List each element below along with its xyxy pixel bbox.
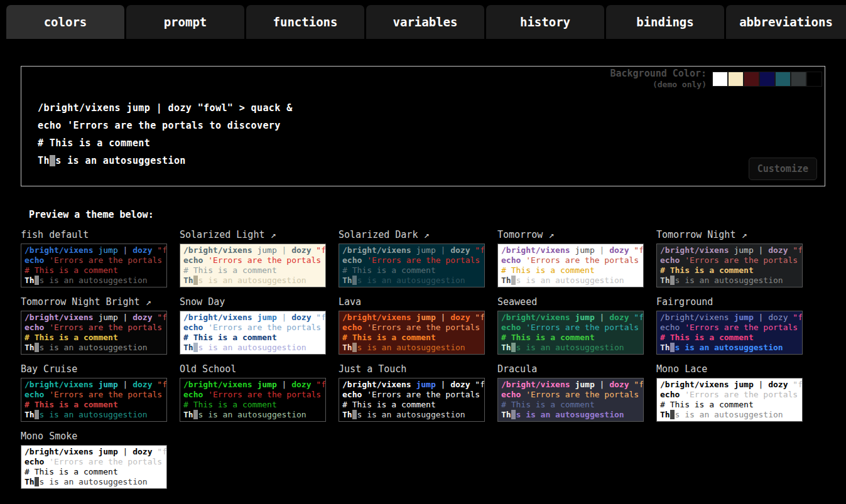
tab-bindings[interactable]: bindings xyxy=(606,5,724,39)
customize-button[interactable]: Customize xyxy=(749,158,817,180)
theme-title: Mono Lace xyxy=(656,363,803,375)
terminal-line: /bright/vixens jump | dozy "fowl" > quac… xyxy=(501,313,640,323)
segment-comment: # This is a comment xyxy=(183,265,277,275)
theme-preview[interactable]: /bright/vixens jump | dozy "fowl" > quac… xyxy=(656,244,803,287)
terminal-line: This is an autosuggestion xyxy=(501,276,640,286)
terminal-line: /bright/vixens jump | dozy "fowl" > quac… xyxy=(183,380,322,390)
terminal-line: /bright/vixens jump | dozy "fowl" > quac… xyxy=(24,313,163,323)
segment-plain xyxy=(44,390,49,399)
segment-autosuggestion: s is an autosuggestion xyxy=(39,477,147,486)
theme-title-link[interactable]: Solarized Dark ↗ xyxy=(339,229,485,240)
segment-typed: Th xyxy=(501,276,511,285)
theme-preview[interactable]: /bright/vixens jump | dozy "fowl" > quac… xyxy=(656,378,803,422)
segment-command: dozy xyxy=(133,380,152,389)
segment-plain xyxy=(754,313,759,322)
theme-preview[interactable]: /bright/vixens jump | dozy "fowl" > quac… xyxy=(339,378,485,422)
bg-swatch-cream[interactable] xyxy=(728,72,744,87)
tab-colors[interactable]: colors xyxy=(6,5,124,39)
theme-preview[interactable]: /bright/vixens jump | dozy "fowl" > quac… xyxy=(497,311,644,355)
bg-swatch-black[interactable] xyxy=(806,72,822,87)
tab-prompt[interactable]: prompt xyxy=(126,5,244,39)
terminal-line: echo 'Errors are the portals to discover… xyxy=(501,255,640,265)
terminal-line: This is an autosuggestion xyxy=(501,343,640,353)
bg-swatch-maroon[interactable] xyxy=(744,72,759,87)
segment-comment: # This is a comment xyxy=(501,333,595,342)
segment-plain xyxy=(277,245,282,255)
theme-preview[interactable]: /bright/vixens jump | dozy "fowl" > quac… xyxy=(21,445,167,489)
external-link-icon: ↗ xyxy=(264,229,276,240)
segment-param: jump xyxy=(575,313,594,322)
segment-plain xyxy=(436,313,441,322)
segment-command: echo xyxy=(24,323,44,332)
theme-preview[interactable]: /bright/vixens jump | dozy "fowl" > quac… xyxy=(497,244,644,287)
theme-preview[interactable]: /bright/vixens jump | dozy "fowl" > quac… xyxy=(21,311,167,355)
segment-comment: # This is a comment xyxy=(24,400,118,409)
theme-title-link[interactable]: Tomorrow ↗ xyxy=(497,229,644,240)
tab-abbreviations[interactable]: abbreviations xyxy=(726,5,846,39)
terminal-line: /bright/vixens jump | dozy "fowl" > quac… xyxy=(660,245,799,255)
theme-title: Mono Smoke xyxy=(21,431,167,442)
terminal-line: # This is a comment xyxy=(24,333,163,343)
theme-preview[interactable]: /bright/vixens jump | dozy "fowl" > quac… xyxy=(656,311,803,355)
theme-preview[interactable]: /bright/vixens jump | dozy "fowl" > quac… xyxy=(497,378,644,422)
terminal-line: /bright/vixens jump | dozy "fowl" > quac… xyxy=(24,380,163,390)
tab-history[interactable]: history xyxy=(486,5,604,39)
terminal-line: /bright/vixens jump | dozy "fowl" > quac… xyxy=(660,380,799,390)
theme-preview[interactable]: /bright/vixens jump | dozy "fowl" > quac… xyxy=(180,378,326,422)
segment-autosuggestion: s is an autosuggestion xyxy=(39,410,147,419)
segment-command: /bright/vixens xyxy=(342,380,411,389)
segment-command: echo xyxy=(501,323,521,332)
bg-swatch-teal[interactable] xyxy=(775,72,791,87)
theme-preview[interactable]: /bright/vixens jump | dozy "fowl" > quac… xyxy=(339,311,485,355)
segment-command: dozy xyxy=(609,245,629,255)
theme-preview[interactable]: /bright/vixens jump | dozy "fowl" > quac… xyxy=(21,378,167,422)
bg-swatch-navy[interactable] xyxy=(759,72,775,87)
tab-functions[interactable]: functions xyxy=(246,5,364,39)
tab-variables[interactable]: variables xyxy=(366,5,484,39)
segment-plain xyxy=(595,245,600,255)
segment-typed: Th xyxy=(183,410,193,419)
segment-comment: # This is a comment xyxy=(24,265,118,275)
bg-swatch-white[interactable] xyxy=(712,72,728,87)
segment-plain xyxy=(680,323,685,332)
segment-comment: # This is a comment xyxy=(24,467,118,476)
segment-quote: 'Errors are the portals to discovery xyxy=(208,390,326,399)
segment-plain xyxy=(44,255,49,265)
terminal-line: This is an autosuggestion xyxy=(660,410,799,420)
theme-title: Lava xyxy=(339,296,485,308)
theme-title: Seaweed xyxy=(497,296,644,308)
segment-redirect: > quack & xyxy=(239,102,293,114)
terminal-line: # This is a comment xyxy=(660,265,799,276)
segment-autosuggestion: s is an autosuggestion xyxy=(198,343,306,352)
segment-autosuggestion: s is an autosuggestion xyxy=(675,410,783,419)
theme-preview[interactable]: /bright/vixens jump | dozy "fowl" > quac… xyxy=(21,244,167,287)
theme-title-link[interactable]: Tomorrow Night Bright ↗ xyxy=(21,296,167,308)
theme-title-link[interactable]: Tomorrow Night ↗ xyxy=(656,229,803,240)
segment-quote: 'Errors are the portals to discovery xyxy=(367,255,485,265)
terminal-line: /bright/vixens jump | dozy "fowl" > quac… xyxy=(660,313,799,323)
terminal-line: # This is a comment xyxy=(501,265,640,276)
segment-typed: Th xyxy=(342,410,352,419)
segment-command: dozy xyxy=(291,380,311,389)
theme-tile: Mono Lace/bright/vixens jump | dozy "fow… xyxy=(656,363,803,422)
segment-quote: 'Errors are the portals to discovery xyxy=(367,390,485,399)
terminal-line: echo 'Errors are the portals to discover… xyxy=(38,117,825,134)
segment-command: dozy xyxy=(168,102,192,114)
theme-title-link[interactable]: Solarized Light ↗ xyxy=(180,229,326,240)
segment-param: jump xyxy=(575,380,594,389)
segment-autosuggestion: s is an autosuggestion xyxy=(516,410,624,419)
theme-preview[interactable]: /bright/vixens jump | dozy "fowl" > quac… xyxy=(180,244,326,287)
segment-command: dozy xyxy=(133,245,152,255)
terminal-line: # This is a comment xyxy=(183,400,322,410)
segment-plain xyxy=(150,102,156,114)
segment-plain xyxy=(62,120,67,131)
segment-quote: 'Errors are the portals to discovery xyxy=(685,323,803,332)
bg-swatch-charcoal[interactable] xyxy=(791,72,806,87)
segment-pipe: | xyxy=(156,102,162,114)
theme-preview[interactable]: /bright/vixens jump | dozy "fowl" > quac… xyxy=(180,311,326,355)
terminal-line: echo 'Errors are the portals to discover… xyxy=(660,390,799,400)
theme-preview[interactable]: /bright/vixens jump | dozy "fowl" > quac… xyxy=(339,244,485,287)
terminal-line: echo 'Errors are the portals to discover… xyxy=(24,390,163,400)
segment-autosuggestion: s is an autosuggestion xyxy=(39,343,147,352)
terminal-line: echo 'Errors are the portals to discover… xyxy=(501,323,640,333)
